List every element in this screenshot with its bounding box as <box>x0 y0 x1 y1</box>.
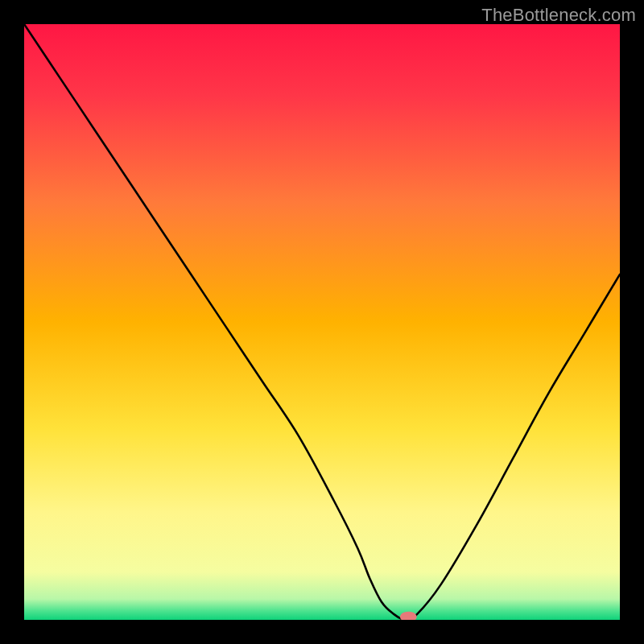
gradient-background <box>24 24 620 620</box>
chart-plot-area <box>24 24 620 620</box>
watermark-text: TheBottleneck.com <box>481 5 636 26</box>
bottleneck-chart-svg <box>24 24 620 620</box>
chart-frame: TheBottleneck.com <box>0 0 644 644</box>
